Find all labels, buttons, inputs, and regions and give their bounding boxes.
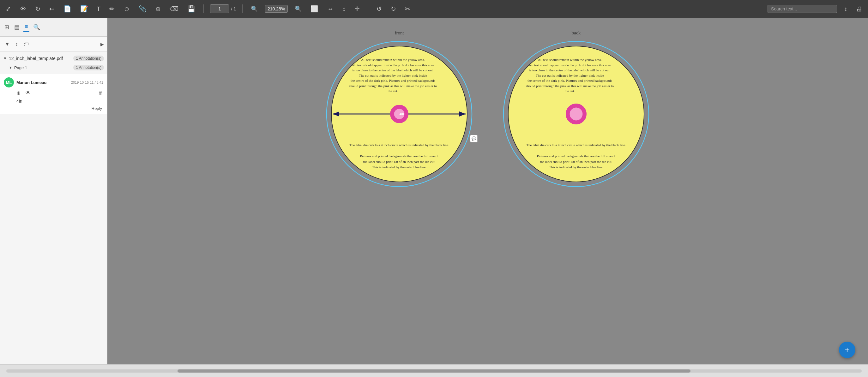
preview-icon[interactable]: 👁	[18, 4, 28, 14]
list-view-icon[interactable]: ≡	[23, 22, 29, 32]
sort-icon[interactable]: ↕	[14, 40, 20, 48]
page-name: Page 1	[14, 65, 27, 70]
page-view-icon[interactable]: ▤	[13, 23, 21, 32]
thumbnail-view-icon[interactable]: ⊞	[3, 23, 10, 32]
print-icon[interactable]: 🖨	[854, 4, 864, 14]
front-svg: All text should remain within the yellow…	[323, 38, 475, 190]
annotation-bubble[interactable]: 💬	[470, 135, 477, 143]
bottom-scrollbar	[0, 365, 868, 377]
zoom-in-icon[interactable]: 🔍	[293, 4, 304, 13]
reply-button[interactable]: Reply	[4, 106, 103, 111]
page-annotation-count: 1 Annotation(s)	[73, 65, 104, 70]
note-icon[interactable]: 📝	[78, 4, 90, 14]
pdf-viewer[interactable]: front All text should remain within the …	[107, 18, 868, 365]
file-name: 12_inch_label_template.pdf	[9, 56, 71, 61]
back-label: back	[572, 30, 581, 36]
annotation-comment: ML Manon Lumeau 2019-10-15 11:46:41 ⊕ 👁 …	[0, 74, 107, 114]
sidebar: ⊞ ▤ ≡ 🔍 ▼ ↕ 🏷 ▶ ▼ 12_inch_label_template…	[0, 18, 107, 365]
expand-icon[interactable]: ⤢	[4, 4, 13, 14]
refresh-icon[interactable]: ↻	[33, 4, 42, 14]
add-annotation-button[interactable]: +	[839, 342, 856, 358]
front-diagram-container: front All text should remain within the …	[323, 30, 475, 190]
eye-icon[interactable]: 👁	[26, 90, 31, 96]
horizontal-scrollbar[interactable]	[6, 370, 862, 373]
avatar: ML	[4, 77, 14, 88]
fab-container: +	[839, 342, 856, 358]
back-diagram-container: back All text should remain within the y…	[500, 30, 652, 190]
pan-icon[interactable]: ✛	[352, 4, 362, 14]
crosshair-icon[interactable]: ⊕	[17, 90, 21, 96]
page-item[interactable]: ▼ Page 1 1 Annotation(s)	[0, 63, 107, 72]
svg-text:4in: 4in	[400, 113, 404, 116]
comment-date: 2019-10-15 11:46:41	[71, 81, 103, 84]
page-number-input[interactable]	[210, 4, 229, 13]
edit-icon[interactable]: ✏	[107, 4, 117, 14]
rotate-right-icon[interactable]: ↻	[389, 4, 398, 14]
document-icon[interactable]: 📄	[62, 4, 73, 14]
stamp-icon[interactable]: ⊕	[154, 4, 163, 14]
file-annotation-count: 1 Annotation(s)	[73, 56, 104, 61]
separator-2	[242, 4, 243, 13]
expand-panel-icon[interactable]: ▶	[100, 42, 104, 47]
save-icon[interactable]: 💾	[185, 4, 197, 14]
page-total: / 1	[231, 6, 236, 11]
page-chevron-down-icon: ▼	[9, 66, 12, 69]
resize-icon[interactable]: ↕	[842, 4, 849, 14]
separator-1	[204, 4, 204, 13]
fit-page-icon[interactable]: ⬜	[309, 4, 320, 14]
comment-text: 4in	[17, 98, 103, 103]
sidebar-scroll: ▼ 12_inch_label_template.pdf 1 Annotatio…	[0, 52, 107, 365]
svg-point-11	[570, 108, 583, 120]
back-svg: All text should remain within the yellow…	[500, 38, 652, 190]
front-circle-diagram: All text should remain within the yellow…	[323, 38, 475, 190]
filter-icon[interactable]: ▼	[3, 40, 11, 48]
file-chevron-down-icon: ▼	[3, 56, 7, 61]
emoji-icon[interactable]: ☺	[122, 4, 132, 14]
top-toolbar: ⤢ 👁 ↻ ↤ 📄 📝 T ✏ ☺ 📎 ⊕ ⌫ 💾 / 1 🔍 210.28% …	[0, 0, 868, 18]
text-icon[interactable]: T	[95, 4, 102, 13]
fit-width-icon[interactable]: ↔	[326, 4, 336, 14]
extract-icon[interactable]: ↤	[48, 4, 57, 14]
page-input-group: / 1	[210, 4, 236, 13]
sidebar-search-icon[interactable]: 🔍	[32, 23, 41, 32]
zoom-level: 210.28%	[265, 5, 288, 12]
attach-icon[interactable]: 📎	[137, 4, 149, 14]
front-label: front	[395, 30, 404, 36]
secondary-toolbar: ⊞ ▤ ≡ 🔍	[0, 18, 107, 37]
tag-filter-icon[interactable]: 🏷	[22, 40, 30, 48]
main-area: ⊞ ▤ ≡ 🔍 ▼ ↕ 🏷 ▶ ▼ 12_inch_label_template…	[0, 18, 868, 365]
file-item[interactable]: ▼ 12_inch_label_template.pdf 1 Annotatio…	[0, 54, 107, 63]
scissors-icon[interactable]: ✂	[403, 4, 412, 14]
back-circle-diagram: All text should remain within the yellow…	[500, 38, 652, 190]
file-tree: ▼ 12_inch_label_template.pdf 1 Annotatio…	[0, 52, 107, 74]
comment-author: Manon Lumeau	[17, 80, 68, 85]
separator-3	[368, 4, 368, 13]
scrollbar-thumb[interactable]	[178, 370, 691, 373]
rotate-left-icon[interactable]: ↺	[375, 4, 384, 14]
eraser-icon[interactable]: ⌫	[168, 4, 180, 14]
search-input[interactable]	[768, 5, 837, 13]
comment-header: ML Manon Lumeau 2019-10-15 11:46:41	[4, 77, 103, 88]
zoom-out-icon[interactable]: 🔍	[249, 4, 260, 13]
scroll-icon[interactable]: ↕	[341, 4, 347, 14]
annotation-toolbar: ▼ ↕ 🏷 ▶	[0, 37, 107, 52]
trash-icon[interactable]: 🗑	[98, 90, 103, 96]
